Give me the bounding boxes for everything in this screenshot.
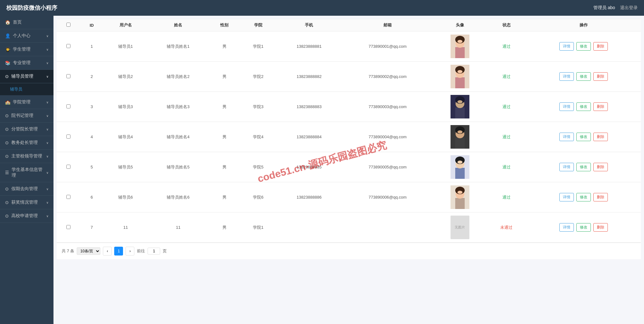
sidebar-item-college[interactable]: 🏫 学院管理 ∨ [0, 96, 53, 109]
row-gender: 男 [209, 31, 240, 62]
row-checkbox-2[interactable] [66, 104, 70, 108]
row-id: 2 [80, 62, 103, 92]
sidebar-arrow-academic: ∨ [46, 141, 48, 145]
row-actions: 详情 修改 删除 [526, 92, 641, 122]
delete-button-3[interactable]: 删除 [593, 133, 608, 141]
avatar-image [451, 125, 469, 149]
sidebar-icon-academic: ⊙ [5, 140, 9, 145]
delete-button-2[interactable]: 删除 [593, 102, 608, 111]
logout-button[interactable]: 退出登录 [620, 5, 638, 11]
delete-button-4[interactable]: 删除 [593, 163, 608, 171]
row-gender: 男 [209, 92, 240, 122]
select-all-checkbox[interactable] [66, 23, 70, 27]
detail-button-3[interactable]: 详情 [559, 133, 574, 141]
avatar-image [451, 185, 469, 209]
row-id: 1 [80, 31, 103, 62]
row-id: 5 [80, 152, 103, 182]
delete-button-6[interactable]: 删除 [593, 223, 608, 232]
sidebar-item-college-apply[interactable]: ⊙ 高校申请管理 ∨ [0, 209, 53, 223]
next-page-button[interactable]: › [126, 247, 134, 255]
row-checkbox-cell[interactable] [57, 62, 80, 92]
row-username: 辅导员1 [104, 31, 148, 62]
detail-button-2[interactable]: 详情 [559, 102, 574, 111]
row-checkbox-cell[interactable] [57, 31, 80, 62]
page-1-button[interactable]: 1 [114, 247, 123, 255]
row-checkbox-cell[interactable] [57, 122, 80, 152]
sidebar-item-sub-secretary[interactable]: ⊙ 分管院长管理 ∨ [0, 123, 53, 136]
sidebar-arrow-president: ∨ [46, 155, 48, 158]
sidebar-item-award[interactable]: ⊙ 获奖情况管理 ∨ [0, 196, 53, 209]
row-avatar-cell [434, 62, 487, 92]
row-avatar-cell [434, 122, 487, 152]
detail-button-0[interactable]: 详情 [559, 42, 574, 51]
row-checkbox-4[interactable] [66, 165, 70, 169]
row-checkbox-5[interactable] [66, 195, 70, 199]
table-row: 4 辅导员4 辅导员姓名4 男 学院4 13823888884 77389000… [57, 122, 641, 152]
row-status: 通过 [486, 62, 526, 92]
detail-button-4[interactable]: 详情 [559, 163, 574, 171]
row-actions: 详情 修改 删除 [526, 152, 641, 182]
row-checkbox-0[interactable] [66, 44, 70, 48]
sidebar-arrow-college: ∨ [46, 101, 48, 104]
sidebar-item-student[interactable]: 👨‍🎓 学生管理 ∨ [0, 43, 53, 56]
sidebar-item-basic-info[interactable]: ☰ 学生基本信息管理 ∨ [0, 163, 53, 182]
detail-button-1[interactable]: 详情 [559, 72, 574, 81]
row-actions: 详情 修改 删除 [526, 122, 641, 152]
pagination: 共 7 条 10条/页20条/页50条/页 ‹ 1 › 前往 页 [57, 243, 641, 259]
col-header-6: 手机 [276, 19, 342, 31]
row-checkbox-cell[interactable] [57, 182, 80, 212]
svg-point-29 [457, 191, 462, 194]
sidebar-arrow-student: ∨ [46, 48, 48, 51]
sidebar-item-vacation[interactable]: ⊙ 假期去向管理 ∨ [0, 182, 53, 196]
sidebar: 🏠 首页 👤 个人中心 ∨👨‍🎓 学生管理 ∨📚 专业管理 ∨⊙ 辅导员管理 ∨… [0, 16, 53, 324]
row-name: 辅导员姓名5 [148, 152, 209, 182]
sidebar-item-academic[interactable]: ⊙ 教务处长管理 ∨ [0, 136, 53, 150]
topbar: 校园防疫微信小程序 管理员 abo 退出登录 [0, 0, 644, 16]
row-checkbox-cell[interactable] [57, 152, 80, 182]
row-college: 学院1 [240, 212, 276, 243]
prev-page-button[interactable]: ‹ [103, 247, 112, 255]
sidebar-sub-item-counselor[interactable]: 辅导员 [0, 83, 53, 96]
row-checkbox-6[interactable] [66, 225, 70, 229]
admin-label: 管理员 abo [593, 5, 615, 11]
edit-button-4[interactable]: 修改 [576, 163, 591, 171]
sidebar-icon-student: 👨‍🎓 [5, 47, 10, 52]
detail-button-5[interactable]: 详情 [559, 193, 574, 201]
sidebar-arrow-counselor-mgmt: ∨ [46, 75, 48, 78]
row-college: 学院5 [240, 152, 276, 182]
edit-button-5[interactable]: 修改 [576, 193, 591, 201]
row-email: 773890006@qq.com [342, 182, 433, 212]
table-row: 1 辅导员1 辅导员姓名1 男 学院1 13823888881 77389000… [57, 31, 641, 62]
svg-rect-16 [455, 138, 465, 149]
row-checkbox-3[interactable] [66, 135, 70, 139]
page-suffix: 页 [163, 248, 167, 254]
row-checkbox-cell[interactable] [57, 212, 80, 243]
goto-page-input[interactable] [148, 248, 160, 255]
delete-button-0[interactable]: 删除 [593, 42, 608, 51]
edit-button-0[interactable]: 修改 [576, 42, 591, 51]
row-checkbox-cell[interactable] [57, 92, 80, 122]
row-checkbox-1[interactable] [66, 74, 70, 78]
detail-button-6[interactable]: 详情 [559, 223, 574, 232]
sidebar-item-president[interactable]: ⊙ 主管校领导管理 ∨ [0, 150, 53, 163]
edit-button-2[interactable]: 修改 [576, 102, 591, 111]
app-title: 校园防疫微信小程序 [6, 4, 57, 12]
sidebar-arrow-major: ∨ [46, 61, 48, 65]
delete-button-1[interactable]: 删除 [593, 72, 608, 81]
sidebar-item-profile[interactable]: 👤 个人中心 ∨ [0, 29, 53, 43]
edit-button-6[interactable]: 修改 [576, 223, 591, 232]
sidebar-item-counselor-mgmt[interactable]: ⊙ 辅导员管理 ∨ [0, 70, 53, 83]
row-status: 通过 [486, 182, 526, 212]
row-avatar-cell [434, 152, 487, 182]
sidebar-label-home: 首页 [13, 19, 22, 25]
row-status: 通过 [486, 152, 526, 182]
sidebar-item-major[interactable]: 📚 专业管理 ∨ [0, 56, 53, 70]
sidebar-item-secretary[interactable]: ⊙ 院书记管理 ∨ [0, 109, 53, 123]
edit-button-3[interactable]: 修改 [576, 133, 591, 141]
row-phone: 13823888886 [276, 182, 342, 212]
sidebar-item-home[interactable]: 🏠 首页 [0, 16, 53, 29]
delete-button-5[interactable]: 删除 [593, 193, 608, 201]
edit-button-1[interactable]: 修改 [576, 72, 591, 81]
avatar-placeholder: 无图片 [451, 216, 469, 239]
per-page-select[interactable]: 10条/页20条/页50条/页 [77, 247, 100, 255]
